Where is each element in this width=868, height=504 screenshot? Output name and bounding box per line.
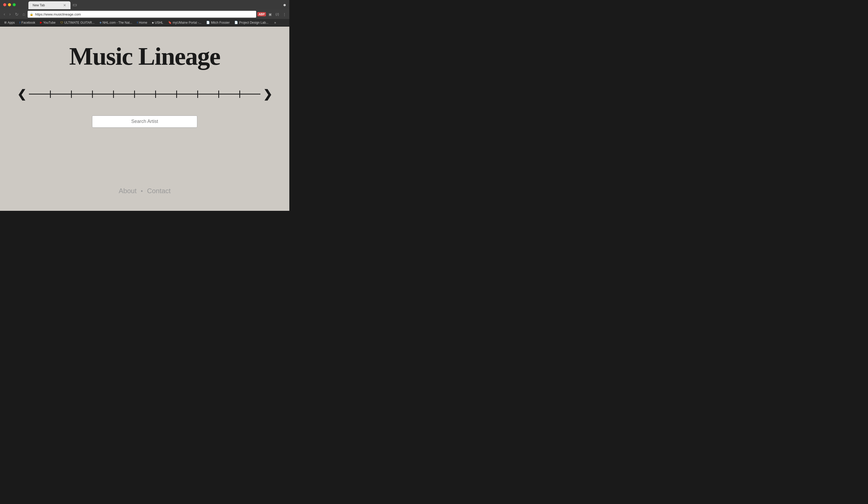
- about-link[interactable]: About: [118, 187, 136, 195]
- bookmark-youtube[interactable]: ▶YouTube: [38, 20, 58, 25]
- timeline-tick: [92, 91, 93, 98]
- bookmark-icon-project: 📄: [234, 21, 238, 24]
- bookmark-label-ushl: USHL: [155, 21, 163, 24]
- bookmark-icon-home: f: [137, 21, 138, 24]
- timeline-line: [29, 94, 260, 94]
- bookmark-label-ultimate-guitar: ULTIMATE GUITAR...: [64, 21, 94, 24]
- maximize-window-button[interactable]: [13, 3, 16, 6]
- timeline: ❮ ❯: [14, 89, 275, 100]
- bookmark-icon-ultimate-guitar: 🛡: [60, 21, 63, 24]
- browser-chrome: New Tab ✕ ▭ ● ‹ › ↻ ⌂ 🔒 ABP ▣ ⟨/⟩ ⋮ ⊞App…: [0, 0, 289, 27]
- bookmark-nhl[interactable]: ◈NHL.com - The Nat...: [97, 20, 134, 25]
- bookmark-label-facebook: Facebook: [21, 21, 35, 24]
- back-button[interactable]: ‹: [2, 11, 7, 17]
- bookmark-project[interactable]: 📄Project Design Lab...: [232, 20, 270, 25]
- bookmark-label-apps: Apps: [8, 21, 15, 24]
- footer-separator: •: [141, 188, 143, 194]
- ext2-button[interactable]: ⟨/⟩: [274, 12, 280, 17]
- bookmark-label-mitch: Mitch Fossier: [211, 21, 230, 24]
- menu-button[interactable]: ⋮: [282, 12, 287, 17]
- bookmark-apps[interactable]: ⊞Apps: [2, 20, 17, 25]
- search-container: [92, 115, 197, 128]
- site-title: Music Lineage: [69, 42, 220, 70]
- minimize-window-button[interactable]: [8, 3, 11, 6]
- bookmark-ultimate-guitar[interactable]: 🛡ULTIMATE GUITAR...: [58, 20, 96, 25]
- address-bar: 🔒: [28, 11, 256, 18]
- bookmark-icon-ushl: ■: [152, 21, 154, 24]
- timeline-tick: [134, 91, 135, 98]
- lock-icon: 🔒: [30, 13, 33, 16]
- tab-label: New Tab: [33, 3, 45, 7]
- timeline-tick: [239, 91, 240, 98]
- url-input[interactable]: [35, 12, 254, 16]
- timeline-tick: [197, 91, 198, 98]
- bookmark-facebook[interactable]: fFacebook: [17, 20, 37, 25]
- traffic-lights: [3, 3, 16, 6]
- close-tab-button[interactable]: ✕: [63, 3, 66, 7]
- bookmark-label-more: »: [274, 21, 276, 24]
- bookmark-label-myumaine: myUMaine Portal -...: [173, 21, 202, 24]
- timeline-right-arrow[interactable]: ❯: [260, 89, 275, 100]
- timeline-tick: [71, 91, 72, 98]
- new-tab-button[interactable]: ▭: [71, 0, 79, 9]
- timeline-tick: [176, 91, 177, 98]
- timeline-left-arrow[interactable]: ❮: [14, 89, 29, 100]
- nav-right-buttons: ABP ▣ ⟨/⟩ ⋮: [257, 12, 287, 17]
- nav-bar: ‹ › ↻ ⌂ 🔒 ABP ▣ ⟨/⟩ ⋮: [0, 9, 289, 19]
- timeline-tick: [113, 91, 114, 98]
- bookmark-icon-mitch: 📄: [206, 21, 210, 24]
- bookmarks-bar: ⊞AppsfFacebook▶YouTube🛡ULTIMATE GUITAR..…: [0, 19, 289, 26]
- bookmark-icon-youtube: ▶: [40, 21, 42, 24]
- close-window-button[interactable]: [3, 3, 6, 6]
- bookmark-icon-nhl: ◈: [100, 21, 102, 24]
- forward-button[interactable]: ›: [8, 11, 12, 17]
- user-icon[interactable]: ●: [283, 2, 286, 8]
- search-artist-input[interactable]: [92, 115, 197, 128]
- timeline-tick: [50, 91, 51, 98]
- contact-link[interactable]: Contact: [147, 187, 171, 195]
- bookmark-label-youtube: YouTube: [43, 21, 55, 24]
- home-button[interactable]: ⌂: [21, 11, 27, 17]
- website-content: Music Lineage ❮ ❯ About • Contact: [0, 27, 289, 211]
- bookmark-myumaine[interactable]: 🔖myUMaine Portal -...: [166, 20, 204, 25]
- active-tab[interactable]: New Tab ✕: [28, 1, 71, 9]
- adblock-button[interactable]: ABP: [257, 12, 266, 16]
- bookmark-icon-facebook: f: [20, 21, 20, 24]
- bookmark-label-nhl: NHL.com - The Nat...: [103, 21, 132, 24]
- bookmark-icon-apps: ⊞: [4, 21, 7, 24]
- ext1-button[interactable]: ▣: [268, 12, 273, 17]
- timeline-tick: [155, 91, 156, 98]
- title-bar: New Tab ✕ ▭ ●: [0, 0, 289, 9]
- bookmark-home[interactable]: fHome: [135, 20, 149, 25]
- bookmark-label-project: Project Design Lab...: [239, 21, 268, 24]
- refresh-button[interactable]: ↻: [13, 11, 20, 17]
- bookmark-ushl[interactable]: ■USHL: [150, 20, 165, 25]
- bookmark-more[interactable]: »: [271, 20, 278, 25]
- bookmark-label-home: Home: [139, 21, 147, 24]
- timeline-tick: [218, 91, 219, 98]
- bookmark-mitch[interactable]: 📄Mitch Fossier: [204, 20, 232, 25]
- footer-links: About • Contact: [118, 187, 170, 195]
- bookmark-icon-myumaine: 🔖: [168, 21, 172, 24]
